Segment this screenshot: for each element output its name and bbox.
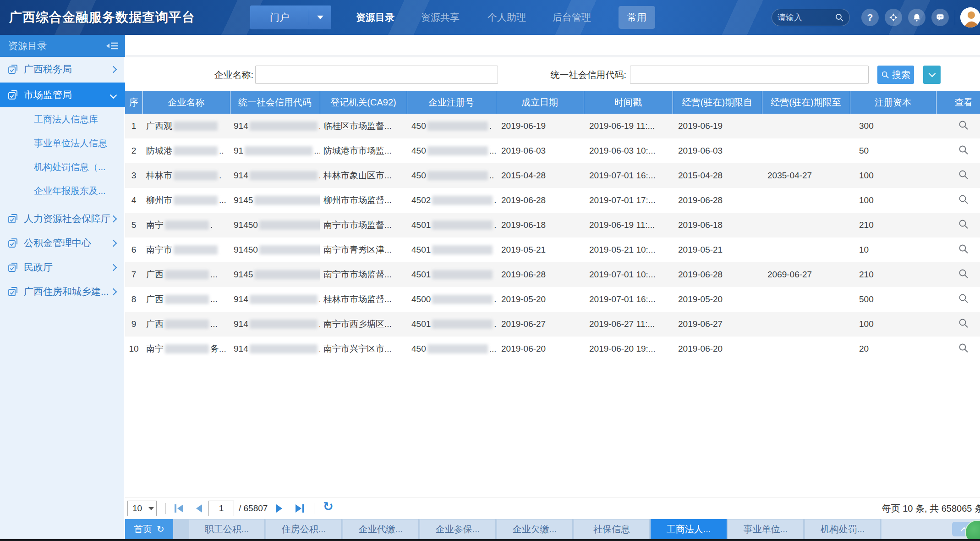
cell-seq: 5 [125,213,142,237]
bottom-tab[interactable]: 职工公积... [189,519,265,539]
view-detail-icon[interactable] [958,293,969,304]
bottom-tab[interactable]: 工商法人... [651,519,727,539]
cell-established-date: 2019-05-21 [496,237,584,262]
view-detail-icon[interactable] [958,219,969,230]
sidebar-item-bureau[interactable]: 民政厅 [0,255,125,280]
search-button[interactable]: 搜索 [877,66,914,84]
refresh-button[interactable]: ↻ [323,499,334,514]
cell-company-name: 桂林市. [142,163,230,188]
sidebar-title: 资源目录 [0,35,125,57]
last-page-button[interactable] [296,501,304,516]
credit-code-label: 统一社会信用代码: [541,66,626,84]
navigate-button[interactable] [885,9,902,26]
next-page-button[interactable] [276,501,282,516]
page-number-input[interactable] [208,501,234,516]
page-size-select[interactable]: 10 [127,501,157,516]
company-name-input[interactable] [255,66,498,84]
cell-company-name: 广西... [142,312,230,337]
header-search-input[interactable] [777,13,835,22]
redacted-block [250,171,318,180]
messages-button[interactable] [931,9,949,26]
table-row: 8 广西... 914... 桂林市市场监督... 4500... 2019-0… [125,287,980,312]
redacted-block [254,196,320,205]
sidebar-item-tax-bureau[interactable]: 广西税务局 [0,57,125,82]
table-row: 2 防城港.. 91... 防城港市市场监... 450... 2019-06-… [125,138,980,163]
cell-registration-number: 4501 [407,237,496,262]
user-avatar[interactable] [960,7,980,28]
quick-access-button[interactable]: 常用 [619,6,655,29]
view-detail-icon[interactable] [958,144,969,155]
cell-view [936,337,980,361]
redacted-block [427,171,488,180]
cell-registered-capital: 500 [850,287,936,312]
bell-icon [912,13,921,22]
cell-registered-capital: 210 [850,262,936,287]
redacted-block [250,344,318,353]
credit-code-input[interactable] [630,66,869,84]
table-header-cell: 登记机关(CA92) [320,91,407,114]
bottom-tab[interactable]: 企业参保... [420,519,496,539]
prev-page-button[interactable] [196,501,202,516]
bottom-tab[interactable]: 企业欠缴... [497,519,573,539]
redacted-block [174,171,218,180]
sidebar-subitem[interactable]: 工商法人信息库 [0,107,125,131]
sidebar-subitem[interactable]: 机构处罚信息（... [0,155,125,179]
header-search[interactable] [772,9,850,26]
cell-seq: 1 [125,114,142,138]
header-divider [955,10,955,25]
tab-resource-sharing[interactable]: 资源共享 [421,0,460,35]
cell-term-from: 2019-06-19 [673,114,762,138]
tab-personal-assistant[interactable]: 个人助理 [487,0,526,35]
view-detail-icon[interactable] [958,268,969,279]
cell-registration-authority: 防城港市市场监... [320,138,407,163]
advanced-search-toggle[interactable] [923,66,941,84]
tab-home[interactable]: 首页 ↻ [125,519,173,539]
first-page-button[interactable] [175,501,183,516]
bottom-tab[interactable]: 机构处罚... [805,519,881,539]
cell-term-to: 2069-06-27 [762,262,850,287]
cell-company-name: 南宁市 [142,237,230,262]
cell-seq: 6 [125,237,142,262]
view-detail-icon[interactable] [958,342,969,353]
chevron-right-icon [110,264,117,271]
bottom-tab[interactable]: 事业单位... [728,519,804,539]
sidebar-item-market-bureau[interactable]: 市场监管局 [0,83,125,107]
sidebar-item-bureau[interactable]: 人力资源社会保障厅 [0,206,125,231]
sidebar-subitem[interactable]: 事业单位法人信息 [0,131,125,155]
panel-divider [125,55,980,57]
view-detail-icon[interactable] [958,243,969,254]
bottom-tab[interactable]: 社保信息 [574,519,650,539]
cell-registered-capital: 210 [850,213,936,237]
search-icon [881,71,889,79]
portal-button[interactable]: 门户 [250,6,331,29]
cell-credit-code: 91450N... [230,213,320,237]
bottom-tab[interactable]: 企业代缴... [343,519,419,539]
redacted-block [250,320,318,329]
cell-registration-number: 4501 [407,262,496,287]
sidebar-item-bureau[interactable]: 广西住房和城乡建... [0,279,125,304]
cell-term-to: 2035-04-27 [762,163,850,188]
help-button[interactable]: ? [861,9,879,26]
view-detail-icon[interactable] [958,120,969,131]
portal-dropdown-toggle[interactable] [309,16,331,19]
redacted-block [174,146,218,155]
redacted-block [245,146,312,155]
redacted-block [165,320,209,329]
sidebar-subitem[interactable]: 企业年报股东及... [0,179,125,203]
view-detail-icon[interactable] [958,169,969,180]
tab-admin[interactable]: 后台管理 [553,0,591,35]
view-detail-icon[interactable] [958,318,969,329]
bottom-tab[interactable]: 住房公积... [266,519,342,539]
sidebar-item-bureau[interactable]: 公积金管理中心 [0,231,125,255]
tab-resource-catalog[interactable]: 资源目录 [356,0,394,35]
cell-timestamp: 2019-06-20 19:... [584,337,673,361]
cell-credit-code: 914.. [230,163,320,188]
chevron-right-icon [110,239,117,247]
cell-credit-code: 914... [230,337,320,361]
collapse-sidebar-icon[interactable] [106,41,119,51]
view-detail-icon[interactable] [958,194,969,205]
table-header-cell: 企业名称 [142,91,230,114]
notifications-button[interactable] [908,9,925,26]
cell-view [936,312,980,337]
cell-company-name: 南宁. [142,213,230,237]
